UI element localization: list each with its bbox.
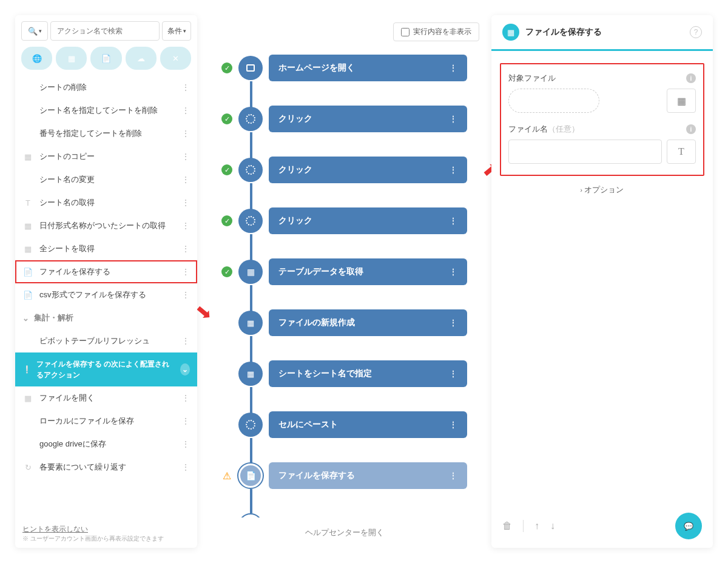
more-icon[interactable]: ⋮ [181,175,190,184]
tab-cloud[interactable]: ☁ [126,47,157,70]
more-icon[interactable]: ⋮ [181,416,190,426]
node-icon[interactable]: ▦ [238,311,263,335]
tab-web[interactable]: 🌐 [21,47,52,70]
delete-button[interactable]: 🗑 [502,521,512,531]
filename-input[interactable] [508,140,662,164]
flow-node[interactable]: ⚠📄ファイルを保存する⋮ [221,462,467,489]
node-bar[interactable]: クリック⋮ [269,157,467,183]
flow-node[interactable]: ✓ホームページを開く⋮ [221,55,467,81]
suggestion-header[interactable]: ❕ファイルを保存する の次によく配置されるアクション⌄ [15,352,197,386]
tab-tools[interactable]: ✕ [160,47,191,70]
tab-excel[interactable]: ▦ [56,47,87,70]
flow-node[interactable]: ✓▦テーブルデータを取得⋮ [221,258,467,285]
flow-node[interactable]: ✓クリック⋮ [221,106,467,132]
more-icon[interactable]: ⋮ [181,244,190,254]
options-toggle[interactable]: › オプション [500,176,704,204]
node-icon[interactable]: ▦ [238,260,263,284]
action-item[interactable]: google driveに保存⋮ [15,433,197,456]
flow-node[interactable]: ✓クリック⋮ [221,207,467,234]
flow-node[interactable]: ▦ファイルの新規作成⋮ [221,309,467,336]
flow-node[interactable]: セルにペースト⋮ [221,411,467,438]
more-icon[interactable]: ⋮ [449,267,457,277]
node-bar[interactable]: シートをシート名で指定⋮ [269,360,467,387]
info-icon[interactable]: i [686,124,696,134]
flow-node[interactable]: ▦シートをシート名で指定⋮ [221,360,467,387]
text-icon: T [678,146,684,157]
info-icon[interactable]: i [686,73,696,83]
more-icon[interactable]: ⋮ [181,393,190,403]
more-icon[interactable]: ⋮ [449,369,457,379]
node-icon[interactable]: ▦ [238,362,263,386]
move-up-button[interactable]: ↑ [534,521,539,531]
more-icon[interactable]: ⋮ [181,336,190,346]
node-bar[interactable]: ファイルの新規作成⋮ [269,309,467,336]
hide-exec-toggle[interactable]: 実行内容を非表示 [393,22,479,41]
node-bar[interactable]: クリック⋮ [269,207,467,234]
action-item[interactable]: シートの削除⋮ [15,76,197,99]
more-icon[interactable]: ⋮ [449,165,457,175]
action-item[interactable]: ▦日付形式名称がついたシートの取得⋮ [15,214,197,237]
more-icon[interactable]: ⋮ [449,63,457,73]
more-icon[interactable]: ⋮ [181,198,190,207]
help-icon[interactable]: ? [690,26,702,38]
target-file-input[interactable] [508,89,599,113]
node-bar[interactable]: テーブルデータを取得⋮ [269,258,467,285]
action-item[interactable]: ▦ファイルを開く⋮ [15,386,197,410]
condition-button[interactable]: 条件▾ [162,21,191,41]
arrow-annotation-right: ➡ [477,155,491,183]
add-node-button[interactable]: + [238,513,263,517]
node-icon[interactable] [238,107,263,131]
action-item[interactable]: ピボットテーブルリフレッシュ⋮ [15,329,197,352]
chevron-right-icon: › [581,187,582,194]
more-icon[interactable]: ⋮ [181,462,190,472]
cloud-icon: ☁ [137,54,145,63]
more-icon[interactable]: ⋮ [449,318,457,328]
action-item[interactable]: シート名を指定してシートを削除⋮ [15,99,197,122]
more-icon[interactable]: ⋮ [181,267,190,277]
more-icon[interactable]: ⋮ [449,420,457,430]
action-item[interactable]: シート名の変更⋮ [15,168,197,191]
action-item[interactable]: 番号を指定してシートを削除⋮ [15,122,197,145]
action-item[interactable]: 📄ファイルを保存する⋮ [15,260,197,283]
search-button[interactable]: 🔍▾ [21,21,48,41]
more-icon[interactable]: ⋮ [449,471,457,480]
more-icon[interactable]: ⋮ [181,221,190,231]
pick-file-button[interactable]: ▦ [667,89,696,113]
more-icon[interactable]: ⋮ [181,129,190,138]
search-icon: 🔍 [28,27,38,36]
move-down-button[interactable]: ↓ [550,521,555,531]
node-bar[interactable]: ファイルを保存する⋮ [269,462,467,489]
action-item[interactable]: ▦シートのコピー⋮ [15,145,197,168]
excel-icon: ▦ [502,24,519,41]
action-item[interactable]: Tシート名の取得⋮ [15,191,197,214]
more-icon[interactable]: ⋮ [181,106,190,115]
node-icon[interactable] [238,158,263,182]
node-icon[interactable] [238,209,263,233]
tab-file[interactable]: 📄 [90,47,121,70]
comment-button[interactable]: 💬 [675,513,702,539]
hide-hint-link[interactable]: ヒントを表示しない [22,524,190,534]
flow-node[interactable]: ✓クリック⋮ [221,157,467,183]
more-icon[interactable]: ⋮ [449,216,457,226]
node-bar[interactable]: ホームページを開く⋮ [269,55,467,81]
arrow-annotation-left: ➡ [197,298,218,326]
node-bar[interactable]: セルにペースト⋮ [269,411,467,438]
more-icon[interactable]: ⋮ [181,83,190,92]
node-icon[interactable] [238,56,263,80]
action-item[interactable]: ローカルにファイルを保存⋮ [15,410,197,433]
more-icon[interactable]: ⋮ [181,152,190,161]
more-icon[interactable]: ⋮ [449,114,457,124]
text-var-button[interactable]: T [667,140,696,164]
category-header[interactable]: ⌄集計・解析 [15,306,197,329]
hide-exec-checkbox[interactable] [401,28,410,36]
node-icon[interactable]: 📄 [238,464,263,488]
help-center-link[interactable]: ヘルプセンターを開く [197,517,491,548]
more-icon[interactable]: ⋮ [181,290,190,300]
search-input[interactable] [50,21,160,41]
action-item[interactable]: ▦全シートを取得⋮ [15,237,197,260]
more-icon[interactable]: ⋮ [181,439,190,449]
action-item[interactable]: ↻各要素について繰り返す⋮ [15,456,197,479]
node-icon[interactable] [238,413,263,437]
node-bar[interactable]: クリック⋮ [269,106,467,132]
action-item[interactable]: 📄csv形式でファイルを保存する⋮ [15,283,197,306]
